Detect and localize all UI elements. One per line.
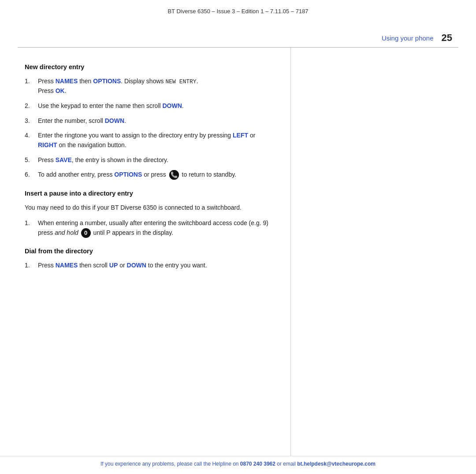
keyword-down-dial: DOWN (127, 262, 146, 269)
section-title-header: Using your phone (382, 34, 434, 42)
table-row: 1. Press NAMES then scroll UP or DOWN to… (25, 261, 273, 270)
table-row: 1. Press NAMES then OPTIONS. Display sho… (25, 77, 273, 96)
step-text-1: Press NAMES then OPTIONS. Display shows … (38, 77, 273, 96)
keyword-right: RIGHT (38, 141, 57, 148)
step-number-2: 2. (25, 101, 38, 111)
footer-email: bt.helpdesk@vtecheurope.com (297, 461, 376, 467)
step-text-3: Enter the number, scroll DOWN. (38, 116, 273, 126)
dial-from-directory-section: Dial from the directory 1. Press NAMES t… (25, 248, 273, 270)
footer-email-pre: or email (275, 461, 297, 467)
table-row: 3. Enter the number, scroll DOWN. (25, 116, 273, 126)
dial-from-directory-title: Dial from the directory (25, 248, 273, 255)
page-wrapper: BT Diverse 6350 – Issue 3 – Edition 1 – … (0, 0, 476, 474)
table-row: 6. To add another entry, press OPTIONS o… (25, 170, 273, 180)
keyword-left: LEFT (233, 132, 248, 139)
italic-and-hold: and hold (55, 229, 78, 236)
footer-phone: 0870 240 3962 (240, 461, 275, 467)
keyword-up: UP (109, 262, 118, 269)
step-text-2: Use the keypad to enter the name then sc… (38, 101, 273, 111)
display-text-1: NEW ENTRY (165, 78, 196, 85)
phone-icon: 📞 (169, 170, 179, 180)
keyword-down-2: DOWN (163, 102, 182, 109)
step-text-4: Enter the ringtone you want to assign to… (38, 131, 273, 150)
left-column: New directory entry 1. Press NAMES then … (0, 48, 291, 456)
footer: If you experience any problems, please c… (0, 456, 476, 474)
step-number-4: 4. (25, 131, 38, 141)
insert-pause-intro: You may need to do this if your BT Diver… (25, 203, 273, 213)
new-directory-entry-title: New directory entry (25, 63, 273, 70)
table-row: 2. Use the keypad to enter the name then… (25, 101, 273, 111)
step-number-3: 3. (25, 116, 38, 126)
keyword-down-3: DOWN (105, 117, 124, 124)
keyword-save: SAVE (56, 156, 72, 163)
step-text-5: Press SAVE, the entry is shown in the di… (38, 156, 273, 165)
step-number-6: 6. (25, 170, 38, 180)
pause-step-text-1: When entering a number, usually after en… (38, 218, 273, 238)
step-text-6: To add another entry, press OPTIONS or p… (38, 170, 273, 180)
page-number: 25 (442, 32, 452, 44)
keyword-names-dial: NAMES (56, 262, 78, 269)
step-number-5: 5. (25, 156, 38, 165)
pause-step-list: 1. When entering a number, usually after… (25, 218, 273, 238)
dial-step-number-1: 1. (25, 261, 38, 270)
svg-text:📞: 📞 (171, 171, 178, 178)
keyword-options-1: OPTIONS (93, 78, 121, 85)
doc-header: BT Diverse 6350 – Issue 3 – Edition 1 – … (0, 0, 476, 19)
zero-button: 0 (81, 228, 91, 238)
table-row: 4. Enter the ringtone you want to assign… (25, 131, 273, 150)
keyword-ok: OK (56, 87, 65, 94)
doc-title: BT Diverse 6350 – Issue 3 – Edition 1 – … (167, 8, 308, 15)
right-column (291, 48, 476, 456)
keyword-names-1: NAMES (56, 78, 78, 85)
section-header: Using your phone 25 (0, 19, 476, 47)
table-row: 5. Press SAVE, the entry is shown in the… (25, 156, 273, 165)
insert-pause-section: Insert a pause into a directory entry Yo… (25, 190, 273, 238)
table-row: 1. When entering a number, usually after… (25, 218, 273, 238)
new-directory-entry-section: New directory entry 1. Press NAMES then … (25, 63, 273, 180)
svg-point-0 (169, 170, 179, 180)
dial-step-text-1: Press NAMES then scroll UP or DOWN to th… (38, 261, 273, 270)
insert-pause-title: Insert a pause into a directory entry (25, 190, 273, 197)
dial-step-list: 1. Press NAMES then scroll UP or DOWN to… (25, 261, 273, 270)
pause-step-number-1: 1. (25, 218, 38, 228)
footer-text: If you experience any problems, please c… (100, 461, 240, 467)
keyword-options-6: OPTIONS (114, 171, 142, 178)
new-directory-step-list: 1. Press NAMES then OPTIONS. Display sho… (25, 77, 273, 180)
step-number-1: 1. (25, 77, 38, 86)
main-content: New directory entry 1. Press NAMES then … (0, 48, 476, 456)
